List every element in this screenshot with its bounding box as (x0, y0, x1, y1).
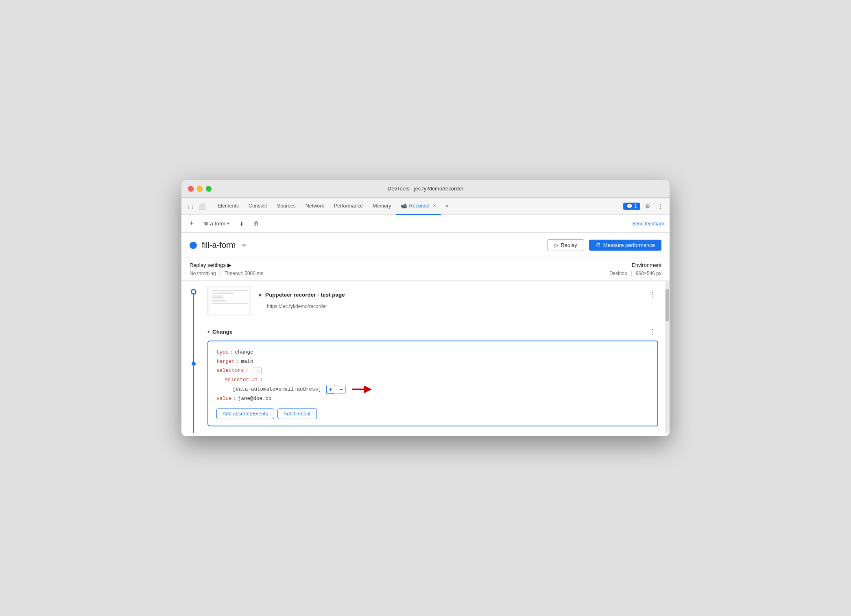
recording-title: fill-a-form (202, 240, 236, 250)
add-selector-button[interactable]: + (326, 385, 335, 394)
code-line-value: value : jane@doe.co (216, 394, 649, 404)
selector-value-text: [data-automate=email-address] (233, 385, 321, 394)
tab-more[interactable]: » (441, 198, 454, 215)
devtools-window: DevTools - jec.fyi/demo/recorder ⬚ ⬜ Ele… (181, 180, 670, 436)
environment-info: Desktop 960×546 px (609, 271, 661, 276)
svg-marker-0 (352, 385, 372, 393)
edit-recording-button[interactable]: ✏ (240, 240, 249, 250)
send-feedback-link[interactable]: Send feedback (632, 221, 665, 227)
close-button[interactable] (188, 186, 194, 192)
delete-icon: 🗑 (253, 221, 259, 227)
selector-add-remove-buttons: + − (326, 385, 346, 394)
delete-recording-button[interactable]: 🗑 (251, 218, 262, 229)
timeline-column (181, 281, 206, 433)
tab-console[interactable]: Console (244, 198, 272, 215)
step2-more-button[interactable]: ⋮ (647, 326, 658, 337)
replay-settings-right: Environment Desktop 960×546 px (609, 262, 661, 276)
selector-badge-icon[interactable]: ⬚ (253, 367, 262, 374)
tab-recorder-close[interactable]: ✕ (432, 203, 436, 208)
red-arrow-indicator (352, 384, 372, 394)
step2-title: Change (212, 329, 233, 335)
export-icon: ⬇ (239, 221, 244, 227)
value-text: jane@doe.co (238, 394, 272, 404)
code-line-selectors: selectors : ⬚ (216, 366, 649, 376)
window-title: DevTools - jec.fyi/demo/recorder (388, 186, 463, 192)
scrollbar-track (666, 281, 669, 433)
scrollbar-area[interactable] (665, 281, 670, 433)
recording-selector[interactable]: fill-a-form ▾ (200, 219, 233, 228)
devtools-right-buttons: 💬 1 ⚙ ⋮ (623, 201, 666, 212)
thumbnail-inner (210, 288, 249, 315)
recording-status-dot (190, 242, 197, 249)
inspect-icon[interactable]: ⬚ (185, 201, 196, 212)
selectors-key: selectors (216, 366, 244, 376)
timeline-dot-step1 (191, 289, 196, 295)
tab-network[interactable]: Network (301, 198, 329, 215)
tab-separator (210, 202, 210, 210)
traffic-lights (188, 186, 212, 192)
settings-icon[interactable]: ⚙ (642, 201, 653, 212)
dropdown-icon: ▾ (227, 221, 229, 226)
code-line-selector-value: [data-automate=email-address] + − (233, 384, 649, 394)
replay-settings-bar: Replay settings ▶ No throttling Timeout:… (181, 258, 670, 281)
replay-button[interactable]: ▷ Replay (547, 239, 584, 251)
scrollbar-thumb[interactable] (666, 289, 669, 321)
thumb-line-2 (212, 293, 233, 294)
value-key: value (216, 394, 232, 404)
devtools-tab-bar: ⬚ ⬜ Elements Console Sources Network Per… (181, 198, 670, 215)
minimize-button[interactable] (197, 186, 203, 192)
maximize-button[interactable] (206, 186, 212, 192)
export-recording-button[interactable]: ⬇ (236, 218, 247, 229)
chat-count: 1 (634, 203, 637, 209)
remove-selector-button[interactable]: − (337, 385, 346, 394)
replay-settings-left: Replay settings ▶ No throttling Timeout:… (190, 262, 263, 276)
step2-expand-icon[interactable]: ▾ (207, 329, 210, 334)
code-line-target: target : main (216, 357, 649, 367)
target-key: target (216, 357, 235, 367)
env-separator (631, 271, 632, 276)
add-recording-button[interactable]: + (186, 218, 197, 229)
chat-badge[interactable]: 💬 1 (623, 203, 640, 210)
tab-sources[interactable]: Sources (272, 198, 301, 215)
recording-header: fill-a-form ✏ ▷ Replay ⏱ Measure perform… (181, 233, 670, 258)
step2-container: ▾ Change ⋮ type : change (207, 323, 658, 426)
chat-icon: 💬 (626, 203, 633, 209)
step1-container: ▶ Puppeteer recorder - test page ⋮ https… (207, 286, 658, 316)
tab-performance[interactable]: Performance (329, 198, 368, 215)
add-timeout-button[interactable]: Add timeout (277, 408, 317, 419)
steps-outer: ▶ Puppeteer recorder - test page ⋮ https… (181, 281, 670, 433)
thumb-line-3 (212, 300, 226, 301)
titlebar: DevTools - jec.fyi/demo/recorder (181, 180, 670, 198)
more-options-icon[interactable]: ⋮ (655, 201, 666, 212)
add-asserted-events-button[interactable]: Add assertedEvents (216, 408, 274, 419)
replay-settings-title[interactable]: Replay settings ▶ (190, 262, 263, 268)
action-buttons: Add assertedEvents Add timeout (216, 408, 649, 419)
type-colon: : (230, 348, 233, 357)
replay-settings-info: No throttling Timeout: 5000 ms (190, 271, 263, 276)
step1-more-button[interactable]: ⋮ (647, 289, 658, 300)
tab-memory[interactable]: Memory (368, 198, 396, 215)
viewport-label: Desktop (609, 271, 627, 276)
throttling-label: No throttling (190, 271, 216, 276)
thumb-line-4 (212, 303, 247, 304)
device-icon[interactable]: ⬜ (196, 201, 207, 212)
steps-content: ▶ Puppeteer recorder - test page ⋮ https… (206, 281, 665, 433)
tab-elements[interactable]: Elements (213, 198, 244, 215)
settings-arrow-icon: ▶ (227, 262, 231, 268)
measure-label: Measure performance (603, 242, 655, 248)
timeline-line-2 (193, 366, 194, 433)
main-content: fill-a-form ✏ ▷ Replay ⏱ Measure perform… (181, 233, 670, 436)
step1-expand-icon[interactable]: ▶ (259, 292, 262, 297)
step1-title: Puppeteer recorder - test page (265, 292, 345, 298)
measure-icon: ⏱ (596, 242, 601, 248)
code-line-type: type : change (216, 348, 649, 357)
recording-name-label: fill-a-form (203, 221, 225, 227)
size-label: 960×546 px (636, 271, 661, 276)
step1-thumbnail (207, 286, 252, 316)
tab-recorder[interactable]: 📹 Recorder ✕ (396, 198, 441, 215)
selector-num-key: selector #1 (225, 376, 258, 385)
measure-performance-button[interactable]: ⏱ Measure performance (589, 240, 661, 251)
type-key: type (216, 348, 229, 357)
red-arrow-svg (352, 384, 372, 394)
recorder-toolbar: + fill-a-form ▾ ⬇ 🗑 Send feedback (181, 215, 670, 233)
